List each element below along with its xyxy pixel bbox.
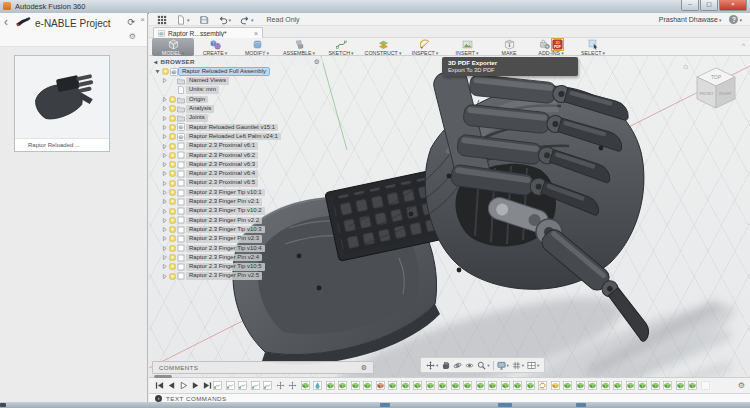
visibility-bulb-icon[interactable] — [169, 198, 176, 205]
timeline-comp-icon[interactable] — [526, 381, 535, 390]
text-commands-icon[interactable]: › — [155, 395, 162, 402]
visibility-bulb-icon[interactable] — [169, 152, 176, 159]
timeline-comp-icon[interactable] — [363, 381, 372, 390]
browser-tree-item[interactable]: Origin — [151, 95, 323, 104]
data-panel-close-icon[interactable]: × — [140, 15, 145, 24]
orbit-tool[interactable] — [453, 361, 462, 370]
window-titlebar[interactable]: Autodesk Fusion 360 – ▢ × — [0, 0, 750, 14]
timeline-comp-icon[interactable] — [676, 381, 685, 390]
grid-display-tool[interactable]: ▾ — [512, 361, 524, 370]
visibility-bulb-icon[interactable] — [169, 143, 176, 150]
timeline-comp-icon[interactable] — [388, 381, 397, 390]
expander-icon[interactable] — [161, 226, 168, 233]
close-button[interactable]: × — [719, 0, 747, 11]
visibility-bulb-icon[interactable] — [169, 217, 176, 224]
expander-icon[interactable] — [161, 180, 168, 187]
toolbar-group-make[interactable]: MAKE — [488, 38, 530, 56]
pan-tool[interactable]: ▾ — [426, 361, 438, 370]
look-at-tool[interactable] — [465, 361, 474, 370]
browser-tree-item[interactable]: Raptor 2.3 Proximal v6:1 — [151, 141, 323, 150]
zoom-tool[interactable]: ▾ — [477, 361, 489, 370]
text-commands-label[interactable]: TEXT COMMANDS — [166, 395, 227, 402]
expander-icon[interactable] — [161, 96, 168, 103]
browser-tree-item[interactable]: Raptor 2.3 Finger Pin v2:1 — [151, 197, 323, 206]
timeline-comp-icon[interactable] — [576, 381, 585, 390]
browser-tree-item[interactable]: Joints — [151, 113, 323, 122]
toolbar-group-model[interactable]: MODEL▾ — [152, 38, 194, 56]
browser-tree-item[interactable]: Raptor 2.3 Proximal v6:2 — [151, 151, 323, 160]
browser-tree-item[interactable]: Raptor Reloaded Full Assembly — [151, 67, 323, 76]
timeline-comp-icon[interactable] — [613, 381, 622, 390]
visibility-bulb-icon[interactable] — [169, 235, 176, 242]
file-new-button[interactable]: ▾ — [176, 15, 190, 25]
browser-tree-item[interactable]: Raptor 2.3 Proximal v6:4 — [151, 169, 323, 178]
toolbar-group-sketch[interactable]: SKETCH▾ — [320, 38, 362, 56]
browser-tree-item[interactable]: Raptor 2.3 Finger Tip v10:3 — [151, 225, 323, 234]
visibility-bulb-icon[interactable] — [169, 161, 176, 168]
visibility-bulb-icon[interactable] — [169, 105, 176, 112]
timeline-drop-icon[interactable] — [313, 381, 322, 390]
toolbar-group-insert[interactable]: INSERT▾ — [446, 38, 488, 56]
visibility-bulb-icon[interactable] — [169, 245, 176, 252]
view-cube-right-label[interactable]: RIGHT — [719, 91, 732, 96]
pdf3d-icon[interactable]: 3DPDF — [552, 39, 563, 50]
browser-tree-item[interactable]: Raptor 2.3 Finger Pin v2:4 — [151, 253, 323, 262]
timeline-sketch-icon[interactable] — [251, 381, 260, 390]
project-item-card[interactable]: Raptor Reloaded ... — [14, 55, 110, 152]
expander-icon[interactable] — [161, 77, 168, 84]
browser-tree-item[interactable]: Raptor 2.3 Finger Tip v10:5 — [151, 262, 323, 271]
browser-gear-icon[interactable]: ⚙ — [314, 58, 320, 66]
expander-icon[interactable] — [161, 273, 168, 280]
expander-icon[interactable] — [161, 263, 168, 270]
view-cube-top-label[interactable]: TOP — [711, 74, 722, 80]
timeline-move-icon[interactable] — [288, 381, 297, 390]
browser-tree-item[interactable]: Raptor Reloaded Gauntlet v15:1 — [151, 123, 323, 132]
expander-icon[interactable] — [161, 124, 168, 131]
timeline-comp-icon[interactable] — [401, 381, 410, 390]
play-button[interactable] — [179, 381, 188, 390]
expander-icon[interactable] — [161, 105, 168, 112]
timeline-comp-icon[interactable] — [476, 381, 485, 390]
browser-collapse-icon[interactable]: ◂ — [154, 58, 157, 65]
step-forward-button[interactable] — [191, 381, 200, 390]
timeline-sketch-icon[interactable] — [213, 381, 222, 390]
document-tab[interactable]: Raptor R...ssembly* × — [153, 27, 263, 38]
refresh-icon[interactable]: ⟳ — [127, 17, 135, 27]
toolbar-group-inspect[interactable]: INSPECT▾ — [404, 38, 446, 56]
timeline-comp-icon[interactable] — [651, 381, 660, 390]
help-menu[interactable]: ? ▾ — [729, 15, 742, 24]
visibility-bulb-icon[interactable] — [169, 115, 176, 122]
skip-end-button[interactable] — [203, 381, 212, 390]
app-grid-button[interactable] — [157, 15, 167, 25]
timeline-comp-icon[interactable] — [663, 381, 672, 390]
visibility-bulb-icon[interactable] — [169, 226, 176, 233]
browser-tree-item[interactable]: Units: mm — [151, 86, 323, 95]
timeline-comp-icon[interactable] — [413, 381, 422, 390]
comments-bar[interactable]: COMMENTS ⚙ — [152, 361, 374, 374]
timeline-comp-icon[interactable] — [463, 381, 472, 390]
browser-tree-item[interactable]: Raptor 2.3 Finger Pin v2:2 — [151, 216, 323, 225]
expander-icon[interactable] — [161, 208, 168, 215]
3d-viewport[interactable]: ⌂ TOP FRONT RIGHT ◂ BROWSER ⚙ Raptor Rel… — [149, 56, 750, 377]
browser-tree-item[interactable]: Raptor 2.3 Finger Tip v10:2 — [151, 206, 323, 215]
expander-icon[interactable] — [161, 152, 168, 159]
step-back-button[interactable] — [167, 381, 176, 390]
toolbar-group-add-ins[interactable]: 3DPDFADD-INS▾ — [530, 38, 572, 56]
browser-tree-item[interactable]: Raptor 2.3 Finger Pin v2:3 — [151, 234, 323, 243]
save-button[interactable] — [199, 15, 209, 25]
timeline-clock-icon[interactable] — [538, 381, 547, 390]
visibility-bulb-icon[interactable] — [169, 189, 176, 196]
visibility-bulb-icon[interactable] — [169, 170, 176, 177]
timeline-sketch-icon[interactable] — [263, 381, 272, 390]
timeline-scrubber-handle[interactable] — [154, 375, 172, 378]
redo-button[interactable]: ▾ — [240, 15, 254, 25]
timeline-comp-icon[interactable] — [351, 381, 360, 390]
browser-tree-item[interactable]: Analysis — [151, 104, 323, 113]
timeline-comp-icon[interactable] — [301, 381, 310, 390]
visibility-bulb-icon[interactable] — [169, 124, 176, 131]
timeline-ghost-icon[interactable] — [701, 381, 710, 390]
toolbar-collapse-icon[interactable]: ^ — [742, 42, 745, 49]
timeline-comp-icon[interactable] — [601, 381, 610, 390]
timeline-comp-icon[interactable] — [438, 381, 447, 390]
timeline-sketch-icon[interactable] — [238, 381, 247, 390]
